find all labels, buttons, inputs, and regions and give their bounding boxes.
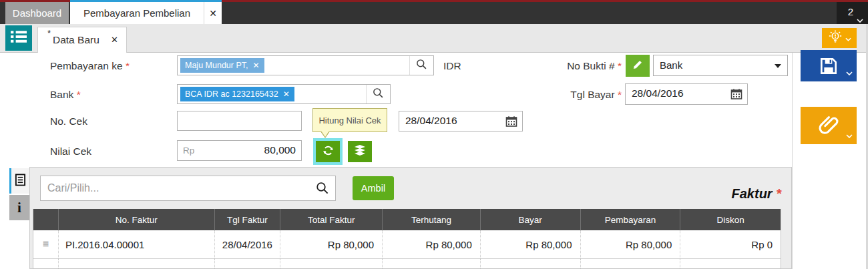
tgl-bayar-date-input[interactable]: 28/04/2016 [625, 83, 748, 105]
remove-tag-icon[interactable]: ✕ [252, 61, 259, 70]
faktur-search-input[interactable] [47, 176, 301, 200]
no-bukti-type-select[interactable]: Bank [653, 55, 788, 76]
nilai-cek-label: Nilai Cek [50, 146, 91, 158]
search-icon [373, 87, 384, 101]
table-empty-row [33, 259, 781, 268]
column-header: Total Faktur [280, 209, 383, 230]
vendor-tag[interactable]: Maju Mundur PT, ✕ [180, 58, 264, 73]
cek-date-value: 28/04/2016 [405, 115, 457, 127]
pembayaran-ke-input[interactable]: Maju Mundur PT, ✕ [177, 55, 434, 75]
cell-bayar[interactable]: Rp 80,000 [481, 230, 581, 258]
tgl-bayar-value: 28/04/2016 [632, 87, 684, 99]
tab-close-button[interactable]: ✕ [204, 2, 222, 24]
purchase-payment-screen: Dashboard Pembayaran Pembelian ✕ 2 [0, 0, 868, 269]
tab-pembayaran-pembelian-label: Pembayaran Pembelian [83, 7, 190, 19]
hints-button[interactable] [822, 28, 857, 48]
notification-menu[interactable]: 2 [837, 2, 868, 24]
document-icon [15, 174, 26, 189]
save-button[interactable] [801, 50, 857, 81]
required-marker: * [126, 60, 130, 71]
faktur-search-box [40, 176, 336, 201]
bank-lookup-button[interactable] [366, 85, 390, 103]
pencil-icon [632, 59, 644, 73]
no-bukti-label: No Bukti # * [551, 60, 622, 72]
menu-list-button[interactable] [5, 25, 32, 51]
required-marker: * [618, 60, 622, 71]
no-bukti-type-value: Bank [660, 59, 682, 71]
layers-icon [354, 145, 366, 159]
calendar-icon[interactable] [505, 115, 517, 130]
side-tab-info[interactable]: i [9, 195, 29, 220]
panel-title: Faktur * [641, 186, 781, 202]
required-marker: * [77, 89, 81, 100]
ambil-button[interactable]: Ambil [353, 176, 394, 200]
column-header: Terhutang [383, 209, 481, 230]
ambil-button-label: Ambil [361, 183, 385, 194]
row-drag-handle-icon[interactable]: ≡ [33, 230, 59, 258]
hitung-nilai-cek-button[interactable] [316, 141, 340, 162]
no-cek-input[interactable] [177, 111, 302, 131]
nilai-cek-value: 80,000 [264, 144, 296, 156]
table-header-row: No. Faktur Tgl Faktur Total Faktur Terhu… [33, 209, 781, 230]
column-header: Tgl Faktur [215, 209, 281, 230]
required-marker: * [776, 186, 781, 201]
column-header-handle [33, 209, 59, 230]
chevron-down-icon [845, 32, 851, 44]
bank-label: Bank * [50, 89, 81, 101]
cell-total-faktur[interactable]: Rp 80,000 [280, 230, 383, 258]
vendor-tag-label: Maju Mundur PT, [185, 61, 248, 70]
cek-date-input[interactable]: 28/04/2016 [399, 111, 523, 131]
document-tab-strip [0, 24, 868, 53]
tooltip-hitung-nilai-cek: Hitung Nilai Cek [312, 108, 387, 132]
caret-down-icon [775, 64, 781, 68]
tab-data-baru[interactable]: * Data Baru ✕ [37, 27, 127, 53]
bank-input[interactable]: BCA IDR ac 1232165432 ✕ [177, 84, 391, 104]
bank-tag-label: BCA IDR ac 1232165432 [185, 89, 278, 99]
tab-dashboard[interactable]: Dashboard [5, 2, 69, 24]
bank-tag[interactable]: BCA IDR ac 1232165432 ✕ [180, 87, 294, 101]
currency-prefix: Rp [183, 146, 194, 156]
list-icon [11, 30, 27, 46]
search-icon[interactable] [316, 182, 329, 198]
close-icon: ✕ [209, 8, 217, 19]
tab-pembayaran-pembelian[interactable]: Pembayaran Pembelian [70, 2, 204, 24]
edit-no-bukti-button[interactable] [626, 55, 650, 77]
info-icon: i [17, 200, 21, 216]
tooltip-text: Hitung Nilai Cek [318, 115, 381, 125]
tab-dashboard-label: Dashboard [13, 7, 61, 19]
tgl-bayar-label: Tgl Bayar * [551, 89, 622, 101]
chevron-down-icon [846, 129, 853, 141]
attachment-button[interactable] [801, 107, 857, 144]
no-cek-label: No. Cek [50, 115, 87, 127]
unsaved-marker: * [47, 28, 51, 38]
remove-tag-icon[interactable]: ✕ [283, 89, 290, 99]
cell-pembayaran[interactable]: Rp 80,000 [581, 230, 681, 258]
column-header: Pembayaran [581, 209, 681, 230]
search-icon [416, 59, 427, 73]
close-icon[interactable]: ✕ [111, 35, 118, 45]
table-row[interactable]: ≡ PI.2016.04.00001 28/04/2016 Rp 80,000 … [33, 230, 781, 259]
stack-layers-button[interactable] [348, 141, 372, 162]
chevron-down-icon [846, 66, 853, 78]
column-header: Bayar [481, 209, 581, 230]
tab-data-baru-label: Data Baru [53, 34, 99, 46]
cell-terhutang[interactable]: Rp 80,000 [383, 230, 481, 258]
cell-no-faktur[interactable]: PI.2016.04.00001 [59, 230, 215, 258]
currency-code: IDR [443, 60, 461, 72]
cell-diskon[interactable]: Rp 0 [680, 230, 781, 258]
required-marker: * [618, 89, 622, 100]
notification-count: 2 [848, 6, 853, 17]
side-tab-detail[interactable] [9, 168, 29, 194]
column-header: Diskon [680, 209, 781, 230]
lightbulb-icon [827, 29, 843, 47]
faktur-table: No. Faktur Tgl Faktur Total Faktur Terhu… [33, 209, 781, 269]
vendor-lookup-button[interactable] [409, 56, 433, 75]
pembayaran-ke-label: Pembayaran ke * [50, 60, 130, 72]
nilai-cek-input[interactable]: Rp 80,000 [177, 140, 302, 161]
cell-tgl-faktur[interactable]: 28/04/2016 [215, 230, 281, 258]
browser-tab-bar: Dashboard Pembayaran Pembelian ✕ 2 [0, 0, 868, 24]
refresh-icon [322, 144, 335, 160]
column-header: No. Faktur [59, 209, 215, 230]
calendar-icon[interactable] [730, 88, 742, 103]
vertical-divider [792, 53, 793, 269]
